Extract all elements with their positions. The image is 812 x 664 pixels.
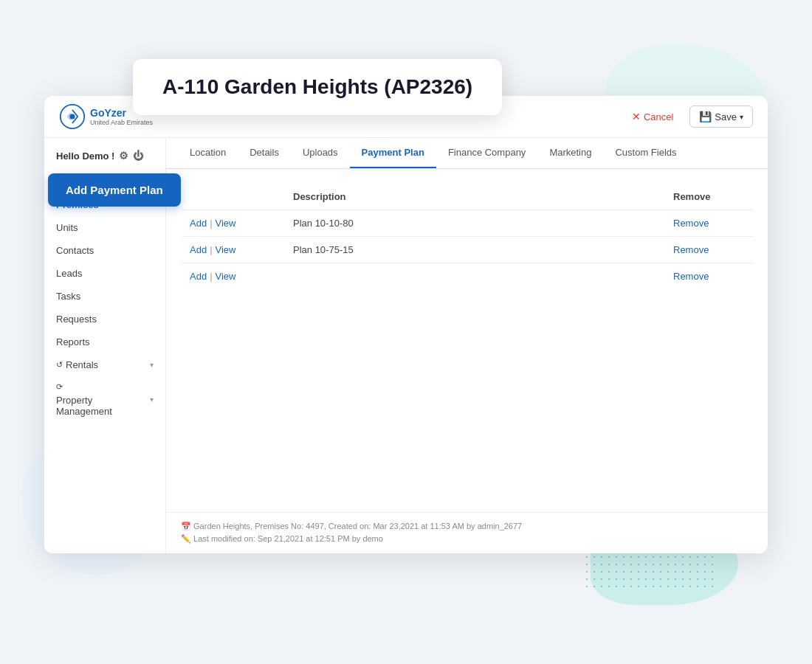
add-payment-plan-button[interactable]: Add Payment Plan (48, 173, 181, 207)
greeting-text: Hello Demo ! (56, 151, 114, 162)
footer-line1: 📅 Garden Heights, Premises No: 4497, Cre… (181, 520, 753, 533)
row-2-view-link[interactable]: View (216, 271, 236, 282)
row-0-remove-link[interactable]: Remove (673, 218, 709, 229)
row-1-description: Plan 10-75-15 (284, 237, 664, 263)
row-0-remove: Remove (664, 210, 753, 237)
sidebar-item-rentals-label: ↺ Rentals (56, 359, 98, 370)
row-1-actions: Add | View (181, 237, 284, 263)
add-plan-btn-wrapper: Add Payment Plan (48, 173, 181, 207)
row-2-remove: Remove (664, 263, 753, 290)
logout-icon[interactable]: ⏻ (133, 150, 143, 162)
sidebar-item-reports-label: Reports (56, 336, 90, 347)
sidebar-item-tasks[interactable]: Tasks (44, 285, 165, 308)
tab-details[interactable]: Details (238, 138, 291, 168)
row-0-actions: Add | View (181, 210, 284, 237)
save-chevron-icon: ▾ (740, 113, 743, 121)
tab-finance-company[interactable]: Finance Company (436, 138, 538, 168)
row-0-add-link[interactable]: Add (190, 218, 207, 229)
sidebar-item-leads[interactable]: Leads (44, 262, 165, 285)
row-2-add-link[interactable]: Add (190, 271, 207, 282)
save-button[interactable]: 💾 Save ▾ (689, 106, 753, 128)
rentals-icon: ↺ (56, 360, 63, 370)
tab-payment-plan[interactable]: Payment Plan (350, 138, 436, 168)
rentals-chevron-icon: ▾ (150, 361, 154, 369)
row-1-remove-link[interactable]: Remove (673, 244, 709, 255)
calendar-icon: 📅 (181, 522, 191, 530)
table-row: Add | View Remove (181, 263, 753, 290)
row-2-remove-link[interactable]: Remove (673, 271, 709, 282)
footer-line2-text: Last modified on: Sep 21,2021 at 12:51 P… (193, 534, 383, 543)
svg-point-1 (69, 114, 75, 119)
cancel-button[interactable]: ✕ Cancel (625, 106, 681, 127)
col-remove-header: Remove (664, 184, 753, 210)
cancel-icon: ✕ (632, 111, 641, 122)
main-content: Description Remove Add | View Plan 10-10… (166, 169, 768, 512)
sidebar-item-units-label: Units (56, 222, 78, 233)
sidebar-item-rentals[interactable]: ↺ Rentals ▾ (44, 353, 165, 376)
sidebar-item-requests[interactable]: Requests (44, 308, 165, 331)
row-1-remove: Remove (664, 237, 753, 263)
sidebar-item-leads-label: Leads (56, 268, 82, 279)
sidebar-item-units[interactable]: Units (44, 216, 165, 239)
sidebar-item-property-mgmt-label: ⟳ Property Management (56, 382, 150, 417)
user-greeting-row: Hello Demo ! ⚙ ⏻ (44, 147, 165, 170)
tab-location[interactable]: Location (178, 138, 238, 168)
row-0-sep: | (210, 218, 212, 229)
row-2-actions: Add | View (181, 263, 284, 290)
sidebar-item-tasks-label: Tasks (56, 291, 80, 302)
col-description-header: Description (284, 184, 664, 210)
payment-plan-table: Description Remove Add | View Plan 10-10… (181, 184, 753, 289)
table-row: Add | View Plan 10-75-15Remove (181, 237, 753, 263)
header-actions: ✕ Cancel 💾 Save ▾ (625, 106, 753, 128)
row-2-sep: | (210, 271, 212, 282)
sidebar-item-requests-label: Requests (56, 314, 97, 325)
tabs-bar: Location Details Uploads Payment Plan Fi… (166, 138, 768, 169)
save-icon: 💾 (699, 111, 712, 122)
footer-line1-text: Garden Heights, Premises No: 4497, Creat… (193, 522, 522, 530)
table-row: Add | View Plan 10-10-80Remove (181, 210, 753, 237)
row-1-view-link[interactable]: View (216, 244, 236, 255)
tab-custom-fields[interactable]: Custom Fields (603, 138, 688, 168)
sidebar-item-contacts-label: Contacts (56, 245, 94, 256)
edit-icon: ✏️ (181, 534, 191, 543)
tab-uploads[interactable]: Uploads (291, 138, 350, 168)
settings-icon[interactable]: ⚙ (119, 150, 128, 162)
sidebar-item-property-management[interactable]: ⟳ Property Management ▾ (44, 376, 165, 423)
sidebar-item-reports[interactable]: Reports (44, 331, 165, 353)
footer-info: 📅 Garden Heights, Premises No: 4497, Cre… (166, 512, 768, 553)
tab-marketing[interactable]: Marketing (537, 138, 603, 168)
col-actions-header (181, 184, 284, 210)
property-mgmt-icon: ⟳ (56, 382, 63, 392)
page-title: A-110 Garden Heights (AP2326) (162, 75, 472, 99)
logo-sub: United Arab Emirates (90, 119, 153, 126)
save-label: Save (715, 111, 737, 122)
table-header-row: Description Remove (181, 184, 753, 210)
sidebar-item-contacts[interactable]: Contacts (44, 239, 165, 262)
content-area: Location Details Uploads Payment Plan Fi… (166, 138, 768, 553)
row-2-description (284, 263, 664, 290)
main-window: GoYzer United Arab Emirates ✕ Cancel 💾 S… (44, 96, 768, 553)
goyzer-logo-icon (59, 103, 86, 130)
row-1-sep: | (210, 244, 212, 255)
page-title-card: A-110 Garden Heights (AP2326) (133, 59, 502, 115)
property-mgmt-chevron-icon: ▾ (150, 395, 154, 404)
row-0-view-link[interactable]: View (216, 218, 236, 229)
row-0-description: Plan 10-10-80 (284, 210, 664, 237)
row-1-add-link[interactable]: Add (190, 244, 207, 255)
footer-line2: ✏️ Last modified on: Sep 21,2021 at 12:5… (181, 533, 753, 546)
cancel-label: Cancel (644, 111, 673, 122)
